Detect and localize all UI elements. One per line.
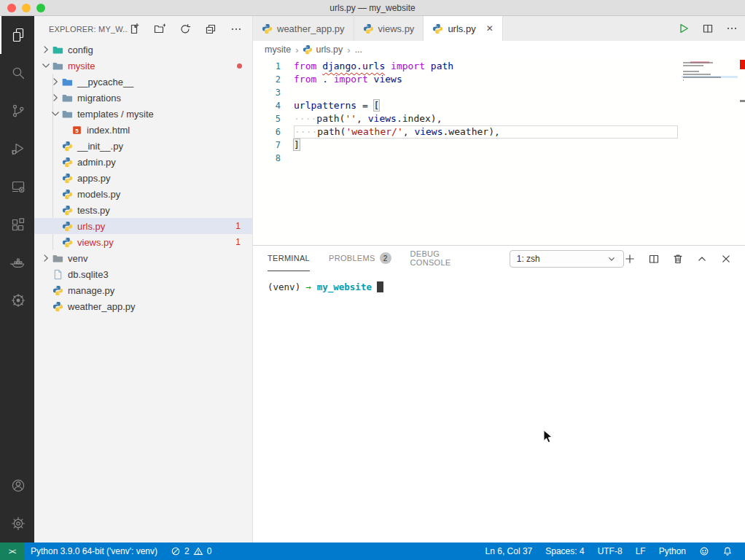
svg-text:5: 5 <box>75 127 79 133</box>
panel-tab-debug-console[interactable]: DEBUG CONSOLE <box>410 246 479 271</box>
editor-tab-views-py[interactable]: views.py <box>354 16 424 41</box>
more-icon[interactable] <box>726 23 738 34</box>
zoom-window-button[interactable] <box>36 4 45 12</box>
tree-item-venv[interactable]: venv <box>34 250 252 266</box>
problems-status[interactable]: 2 0 <box>164 542 218 560</box>
tree-item-config[interactable]: config <box>34 42 252 58</box>
editor-tab-weather-app-py[interactable]: weather_app.py <box>253 16 354 41</box>
activity-source-control[interactable] <box>0 92 34 130</box>
chevron-down-icon[interactable] <box>40 60 52 71</box>
chevron-spacer <box>40 284 52 296</box>
close-x-icon[interactable] <box>720 253 732 265</box>
collapse-folders-icon[interactable] <box>205 23 217 35</box>
editor-tab-urls-py[interactable]: urls.py✕ <box>424 16 502 41</box>
tree-item-urls-py[interactable]: urls.py1 <box>34 218 252 234</box>
tab-label: views.py <box>378 23 415 34</box>
activity-kubernetes[interactable] <box>0 281 34 319</box>
chevron-up-icon[interactable] <box>696 253 708 265</box>
line-number: 1 <box>253 60 294 73</box>
tree-item-admin-py[interactable]: admin.py <box>34 154 252 170</box>
activity-explorer[interactable] <box>0 16 34 54</box>
tree-item-templates-mysite[interactable]: templates / mysite <box>34 106 252 122</box>
file-tree: configmysite__pycache__migrationstemplat… <box>34 42 252 542</box>
tree-item-weather-app-py[interactable]: weather_app.py <box>34 298 252 314</box>
split-editor-icon[interactable] <box>702 23 714 34</box>
run-icon[interactable] <box>678 23 690 34</box>
activity-account[interactable] <box>0 467 34 505</box>
python-icon <box>52 284 64 296</box>
tree-item-views-py[interactable]: views.py1 <box>34 234 252 250</box>
remote-indicator[interactable]: >< <box>0 542 24 560</box>
breadcrumb-item[interactable]: ... <box>355 44 362 55</box>
panel-tab-terminal[interactable]: TERMINAL <box>268 246 310 271</box>
problem-count-badge: 1 <box>235 221 241 231</box>
line-number: 5 <box>253 112 294 125</box>
warning-count: 0 <box>207 546 212 556</box>
status-lf[interactable]: LF <box>629 542 652 560</box>
terminal-shell-select[interactable]: 1: zsh <box>510 250 624 268</box>
tree-item-label: apps.py <box>77 173 111 184</box>
trash-icon[interactable] <box>672 253 684 265</box>
close-window-button[interactable] <box>7 4 16 12</box>
terminal-output[interactable]: (venv) → my_website <box>253 271 745 542</box>
tree-item-index-html[interactable]: 5index.html <box>34 122 252 138</box>
minimap[interactable] <box>682 61 738 236</box>
activity-extensions[interactable] <box>0 206 34 244</box>
status-utf-8[interactable]: UTF-8 <box>591 542 629 560</box>
run-debug-icon <box>9 140 27 158</box>
terminal-cursor <box>377 281 383 292</box>
panel-tab-problems[interactable]: PROBLEMS2 <box>329 246 391 271</box>
plus-icon[interactable] <box>624 253 636 265</box>
tree-item-mysite[interactable]: mysite <box>34 58 252 74</box>
tree-item--init-py[interactable]: __init__.py <box>34 138 252 154</box>
new-file-icon[interactable] <box>128 23 140 35</box>
chevron-spacer <box>59 124 71 136</box>
status-ln[interactable]: Ln 6, Col 37 <box>479 542 539 560</box>
python-interpreter-status[interactable]: Python 3.9.0 64-bit ('venv': venv) <box>24 542 164 560</box>
tree-item-label: weather_app.py <box>68 301 136 312</box>
tree-item-migrations[interactable]: migrations <box>34 90 252 106</box>
refresh-icon[interactable] <box>179 23 191 35</box>
python-file-icon <box>363 23 374 34</box>
chevron-down-icon[interactable] <box>50 108 61 120</box>
python-file-icon <box>303 44 313 55</box>
notifications-bell-icon[interactable] <box>716 542 739 560</box>
code-editor[interactable]: 1from django.urls import path2from . imp… <box>253 58 745 245</box>
chevron-right-icon[interactable] <box>40 252 52 264</box>
folder-dark-icon <box>52 252 64 264</box>
activity-search[interactable] <box>0 54 34 92</box>
tab-label: urls.py <box>448 23 475 34</box>
tree-item--pycache-[interactable]: __pycache__ <box>34 74 252 90</box>
more-icon[interactable] <box>230 23 242 35</box>
status-spaces[interactable]: Spaces: 4 <box>539 542 590 560</box>
tree-item-db-sqlite3[interactable]: db.sqlite3 <box>34 266 252 282</box>
chevron-right-icon[interactable] <box>50 92 61 104</box>
chevron-right-icon[interactable] <box>50 76 61 88</box>
tree-item-tests-py[interactable]: tests.py <box>34 202 252 218</box>
activity-remote-explorer[interactable] <box>0 168 34 206</box>
tree-item-apps-py[interactable]: apps.py <box>34 170 252 186</box>
main-area: EXPLORER: MY_W... configmysite__pycache_… <box>0 16 745 542</box>
folder-config-icon <box>52 44 64 55</box>
breadcrumb-item[interactable]: urls.py <box>303 44 343 55</box>
activity-docker[interactable] <box>0 244 34 281</box>
minimize-window-button[interactable] <box>22 4 31 12</box>
chevron-down-icon <box>606 254 617 264</box>
close-tab-icon[interactable]: ✕ <box>486 23 494 34</box>
feedback-smiley-icon[interactable] <box>693 542 716 560</box>
activity-run-debug[interactable] <box>0 130 34 168</box>
chevron-right-icon[interactable] <box>40 44 52 55</box>
account-icon <box>9 477 27 494</box>
chevron-spacer <box>50 188 61 200</box>
tree-item-manage-py[interactable]: manage.py <box>34 282 252 298</box>
chevron-spacer <box>50 220 61 232</box>
window-title: urls.py — my_website <box>329 3 415 13</box>
activity-settings[interactable] <box>0 505 34 542</box>
split-editor-icon[interactable] <box>648 253 660 265</box>
tree-item-models-py[interactable]: models.py <box>34 186 252 202</box>
python-file-icon <box>432 23 443 34</box>
breadcrumb-item[interactable]: mysite <box>265 44 291 55</box>
new-folder-icon[interactable] <box>154 23 165 35</box>
python-file-icon <box>262 23 273 34</box>
status-python[interactable]: Python <box>652 542 693 560</box>
